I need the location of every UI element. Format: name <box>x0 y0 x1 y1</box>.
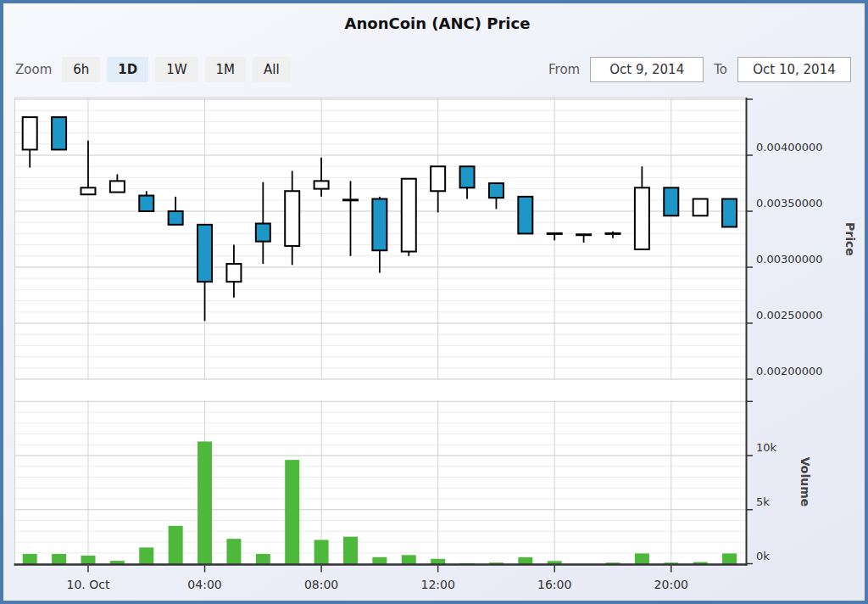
pane-gap <box>15 379 747 400</box>
x-tick-label: 20:00 <box>654 578 688 591</box>
volume-bar <box>518 557 532 565</box>
candle-down <box>52 117 66 149</box>
volume-bar <box>372 557 387 565</box>
volume-bar <box>23 554 37 564</box>
x-tick-label: 12:00 <box>420 578 454 591</box>
zoom-button-1m[interactable]: 1M <box>205 57 247 82</box>
x-tick-label: 04:00 <box>187 578 221 591</box>
date-range-group: From To <box>548 57 851 82</box>
candle-up <box>635 187 649 249</box>
volume-tick-label: 10k <box>756 441 777 454</box>
candle-down <box>139 196 153 211</box>
volume-bar <box>343 537 358 565</box>
volume-bar <box>52 554 66 564</box>
price-tick-label: 0.00300000 <box>756 253 823 266</box>
x-tick-label: 16:00 <box>537 578 571 591</box>
candle-down <box>256 224 270 242</box>
zoom-button-1d[interactable]: 1D <box>107 57 148 82</box>
from-label: From <box>548 62 580 77</box>
volume-bar <box>198 441 212 564</box>
volume-bar <box>285 460 299 564</box>
price-tick-label: 0.00400000 <box>756 141 823 154</box>
candle-up <box>314 181 329 188</box>
to-label: To <box>714 62 727 77</box>
volume-bar <box>256 554 270 564</box>
candle-up <box>285 191 299 246</box>
plot-background <box>15 98 747 565</box>
zoom-button-1w[interactable]: 1W <box>155 57 198 82</box>
volume-bar <box>722 553 737 564</box>
price-tick-label: 0.00200000 <box>756 365 823 378</box>
zoom-button-6h[interactable]: 6h <box>62 57 100 82</box>
candle-down <box>664 187 678 215</box>
candle-down <box>460 166 475 187</box>
zoom-button-all[interactable]: All <box>253 57 291 82</box>
zoom-button-group: Zoom 6h 1D 1W 1M All <box>15 57 291 82</box>
volume-bar <box>139 547 153 564</box>
from-date-input[interactable] <box>590 57 704 82</box>
volume-bar <box>402 555 416 564</box>
candle-down <box>722 199 737 226</box>
volume-bar <box>226 539 241 564</box>
candle-up <box>402 179 416 252</box>
candle-up <box>23 117 37 149</box>
volume-bar <box>81 556 95 565</box>
x-tick-label: 08:00 <box>304 578 338 591</box>
candle-up <box>110 181 125 192</box>
candle-down <box>198 225 212 282</box>
price-tick-label: 0.00250000 <box>756 309 823 322</box>
x-tick-label: 10. Oct <box>67 578 110 591</box>
volume-bar <box>169 526 183 565</box>
volume-bar <box>314 540 329 564</box>
candle-up <box>81 187 95 194</box>
candle-down <box>372 199 387 250</box>
to-date-input[interactable] <box>737 57 851 82</box>
volume-tick-label: 0k <box>756 550 770 562</box>
candle-up <box>431 166 445 191</box>
candle-down <box>518 197 532 234</box>
candle-down <box>489 183 504 198</box>
candle-up <box>226 264 241 282</box>
price-tick-label: 0.00350000 <box>756 197 823 210</box>
toolbar: Zoom 6h 1D 1W 1M All From To <box>15 56 851 83</box>
volume-axis-title: Volume <box>798 457 812 507</box>
volume-tick-label: 5k <box>756 495 770 508</box>
price-axis-title: Price <box>843 222 857 256</box>
candle-down <box>169 211 183 225</box>
zoom-group-label: Zoom <box>15 62 52 77</box>
candle-up <box>693 199 708 215</box>
volume-bar <box>635 553 649 564</box>
price-volume-chart[interactable]: 0.004000000.003500000.003000000.00250000… <box>3 3 868 604</box>
